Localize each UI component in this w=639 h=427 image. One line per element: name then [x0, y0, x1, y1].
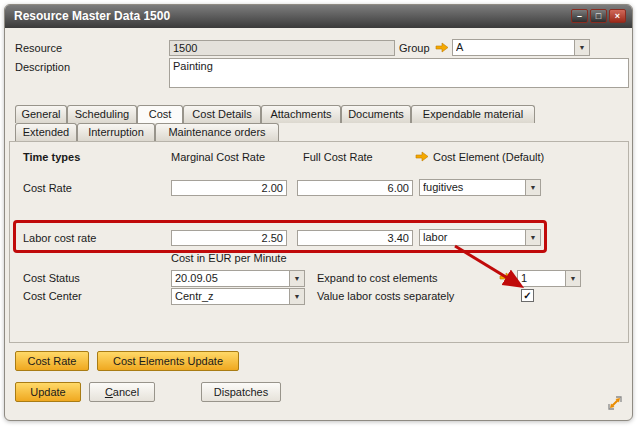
tab-documents[interactable]: Documents	[341, 105, 411, 123]
expand-to-cost-elements-value: 1	[521, 272, 564, 284]
description-field[interactable]: Painting	[169, 58, 629, 88]
cost-element-header: Cost Element (Default)	[433, 151, 544, 163]
chevron-down-icon[interactable]: ▼	[525, 230, 540, 245]
tab-cost[interactable]: Cost	[137, 105, 183, 123]
chevron-down-icon[interactable]: ▼	[289, 289, 304, 304]
minimize-button-icon[interactable]: –	[571, 9, 588, 23]
maximize-button-icon[interactable]: □	[590, 9, 607, 23]
link-arrow-icon[interactable]	[415, 151, 429, 162]
labor-marginal-input[interactable]: 2.50	[171, 230, 287, 246]
group-label: Group	[399, 42, 430, 54]
resource-field[interactable]: 1500	[169, 40, 395, 56]
cost-rate-element-select[interactable]: fugitives ▼	[419, 179, 541, 196]
chevron-down-icon[interactable]: ▼	[289, 271, 304, 286]
cost-center-label: Cost Center	[23, 290, 82, 302]
chevron-down-icon[interactable]: ▼	[565, 271, 580, 286]
cost-elements-update-button[interactable]: Cost Elements Update	[97, 351, 239, 371]
tab-cost-details[interactable]: Cost Details	[183, 105, 261, 123]
cost-rate-button[interactable]: Cost Rate	[15, 351, 89, 371]
description-label: Description	[15, 61, 70, 73]
time-types-header: Time types	[23, 151, 80, 163]
update-button[interactable]: Update	[15, 382, 81, 402]
tab-maintenance-orders[interactable]: Maintenance orders	[155, 123, 279, 141]
value-labor-costs-label: Value labor costs separately	[317, 290, 454, 302]
labor-full-input[interactable]: 3.40	[297, 230, 413, 246]
resource-master-data-window: Resource Master Data 1500 – □ × Resource…	[4, 4, 633, 421]
tab-interruption[interactable]: Interruption	[77, 123, 155, 141]
cost-status-value: 20.09.05	[175, 272, 288, 284]
cost-status-label: Cost Status	[23, 272, 80, 284]
resize-form-icon[interactable]	[607, 395, 623, 413]
cancel-button[interactable]: Cancel	[89, 382, 155, 402]
cost-center-value: Centr_z	[175, 290, 288, 302]
expand-to-cost-elements-label: Expand to cost elements	[317, 272, 437, 284]
link-arrow-icon[interactable]	[435, 42, 449, 53]
link-arrow-icon[interactable]	[499, 272, 513, 283]
window-controls: – □ ×	[571, 9, 626, 23]
chevron-down-icon[interactable]: ▼	[574, 40, 589, 55]
tab-expendable-material[interactable]: Expendable material	[411, 105, 535, 123]
labor-element-value: labor	[423, 231, 524, 243]
cost-rate-row-label: Cost Rate	[23, 182, 72, 194]
window-titlebar[interactable]: Resource Master Data 1500 – □ ×	[5, 5, 632, 28]
cost-center-select[interactable]: Centr_z ▼	[171, 288, 305, 305]
expand-to-cost-elements-select[interactable]: 1 ▼	[517, 270, 581, 287]
labor-cost-rate-row-label: Labor cost rate	[23, 232, 96, 244]
cost-rate-full-input[interactable]: 6.00	[297, 180, 413, 196]
group-select-value: A	[456, 41, 573, 53]
check-icon: ✓	[523, 290, 531, 301]
unit-note: Cost in EUR per Minute	[171, 252, 287, 264]
close-button-icon[interactable]: ×	[609, 9, 626, 23]
cost-rate-element-value: fugitives	[423, 181, 524, 193]
group-select[interactable]: A ▼	[452, 39, 590, 56]
tab-scheduling[interactable]: Scheduling	[67, 105, 137, 123]
resource-label: Resource	[15, 42, 62, 54]
value-labor-costs-checkbox[interactable]: ✓	[521, 289, 534, 302]
chevron-down-icon[interactable]: ▼	[525, 180, 540, 195]
tab-attachments[interactable]: Attachments	[261, 105, 341, 123]
cost-rate-marginal-input[interactable]: 2.00	[171, 180, 287, 196]
cost-status-select[interactable]: 20.09.05 ▼	[171, 270, 305, 287]
full-cost-rate-header: Full Cost Rate	[303, 151, 373, 163]
marginal-cost-rate-header: Marginal Cost Rate	[171, 151, 265, 163]
dispatches-button[interactable]: Dispatches	[201, 382, 281, 402]
labor-element-select[interactable]: labor ▼	[419, 229, 541, 246]
tab-extended[interactable]: Extended	[15, 123, 77, 141]
tab-general[interactable]: General	[15, 105, 67, 123]
window-title: Resource Master Data 1500	[14, 9, 170, 23]
